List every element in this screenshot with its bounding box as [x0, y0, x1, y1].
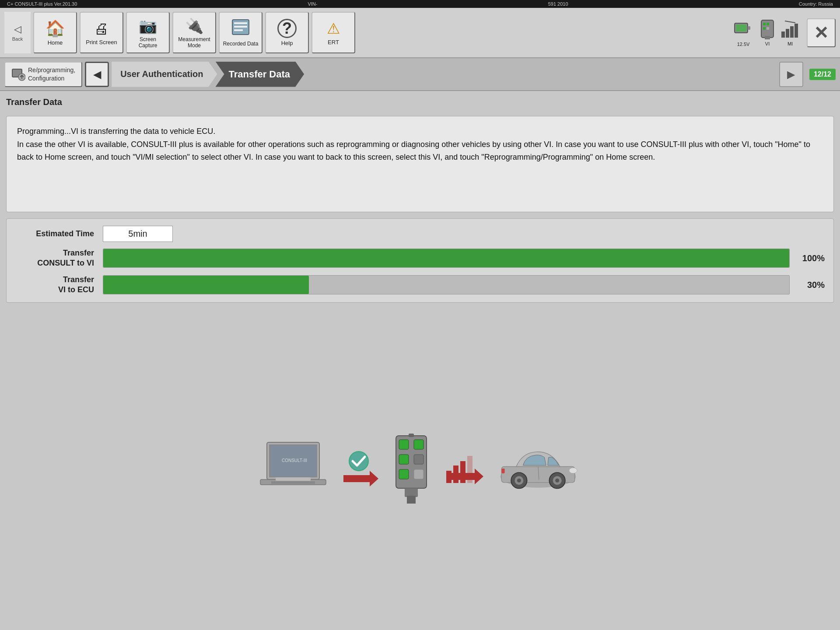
reprogramming-nav[interactable]: Re/programming,Configuration [4, 62, 82, 87]
svg-point-52 [569, 468, 577, 473]
home-button[interactable]: 🏠 Home [33, 12, 77, 53]
camera-icon: 📷 [139, 17, 157, 35]
estimated-time-value: 5min [103, 226, 173, 242]
svg-rect-34 [399, 469, 409, 479]
svg-rect-9 [766, 23, 769, 25]
svg-rect-23 [276, 477, 311, 481]
svg-rect-30 [399, 440, 409, 449]
svg-rect-38 [409, 434, 414, 437]
help-icon: ? [277, 19, 297, 38]
svg-point-48 [517, 479, 521, 483]
svg-rect-1 [234, 22, 247, 24]
transfer-consult-row: TransferCONSULT to VI 100% [15, 248, 825, 269]
estimated-time-label: Estimated Time [15, 229, 94, 238]
nav-forward-button[interactable]: ▶ [779, 62, 803, 87]
print-icon: 🖨 [94, 20, 109, 37]
transfer-consult-bar-container [103, 248, 790, 268]
info-text: Programming...VI is transferring the dat… [17, 125, 823, 164]
ert-label: ERT [328, 39, 339, 46]
progress-indicator: 12/12 [809, 69, 836, 80]
voltage-label: 12.5V [737, 42, 750, 47]
svg-point-51 [555, 479, 559, 483]
nav-back-button[interactable]: ◀ [85, 62, 109, 87]
recorded-data-label: Recorded Data [223, 41, 259, 47]
measurement-label: MeasurementMode [178, 36, 210, 49]
info-box: Programming...VI is transferring the dat… [6, 116, 834, 212]
screen-capture-label: ScreenCapture [139, 36, 158, 49]
vi-device-icon [389, 434, 433, 504]
svg-marker-28 [343, 471, 378, 486]
svg-rect-53 [501, 469, 504, 473]
screen-capture-button[interactable]: 📷 ScreenCapture [126, 12, 170, 53]
svg-rect-12 [765, 36, 770, 39]
breadcrumb-nav: Re/programming,Configuration ◀ User Auth… [0, 58, 840, 91]
voltage-status: 12.5V [732, 19, 754, 47]
transfer-vi-row: TransferVI to ECU 30% [15, 275, 825, 295]
svg-line-17 [785, 21, 795, 23]
vin-label: VIN- [308, 1, 317, 7]
transfer-illustration: CONSULT-III [6, 309, 834, 624]
svg-rect-6 [736, 24, 746, 32]
transfer-data-step[interactable]: Transfer Data [215, 62, 304, 87]
home-icon: 🏠 [46, 19, 65, 38]
status-area: 12.5V VI [732, 18, 836, 47]
svg-rect-31 [414, 440, 424, 449]
transfer-consult-label: TransferCONSULT to VI [15, 248, 94, 269]
back-button[interactable]: ◁ Back [4, 12, 31, 53]
transfer-data-label: Transfer Data [228, 69, 290, 80]
transfer-consult-bar [103, 249, 789, 267]
measurement-icon: 🔌 [185, 17, 203, 35]
ert-button[interactable]: ⚠ ERT [312, 12, 355, 53]
transfer-vi-pct: 30% [798, 280, 825, 290]
transfer-consult-pct: 100% [798, 253, 825, 263]
app-title: C+ CONSULT-III plus Ver.201.30 [7, 1, 77, 7]
svg-rect-16 [794, 24, 798, 38]
close-button[interactable]: ✕ [807, 18, 836, 47]
svg-rect-37 [407, 496, 416, 504]
user-auth-label: User Authentication [120, 69, 203, 79]
vehicle-id: 591 2010 [548, 1, 568, 7]
vi-label: VI [765, 41, 770, 46]
svg-rect-24 [271, 481, 315, 484]
print-label: Print Screen [86, 39, 117, 46]
svg-rect-32 [399, 455, 409, 464]
car-icon [494, 442, 582, 495]
laptop-icon: CONSULT-III [258, 438, 328, 499]
svg-rect-33 [414, 455, 424, 464]
main-content: Transfer Data Programming...VI is transf… [0, 91, 840, 630]
reprog-label: Re/programming,Configuration [28, 66, 75, 82]
mi-label: MI [788, 41, 793, 46]
nav-back-icon: ◀ [93, 68, 101, 80]
toolbar: ◁ Back 🏠 Home 🖨 Print Screen 📷 ScreenCap… [0, 8, 840, 58]
help-label: Help [281, 40, 293, 46]
print-screen-button[interactable]: 🖨 Print Screen [80, 12, 123, 53]
vi-status: VI [758, 19, 777, 46]
svg-rect-14 [786, 29, 789, 38]
svg-rect-11 [766, 27, 769, 30]
transfer-vi-bar [103, 276, 309, 294]
vi-to-ecu-arrow [442, 449, 486, 488]
consult-to-vi-arrow [337, 449, 381, 488]
recorded-data-button[interactable]: Recorded Data [219, 12, 262, 53]
svg-text:CONSULT-III: CONSULT-III [282, 458, 307, 463]
measurement-mode-button[interactable]: 🔌 MeasurementMode [172, 12, 216, 53]
progress-value: 12/12 [814, 70, 831, 78]
recorded-icon [231, 19, 250, 39]
transfer-vi-label: TransferVI to ECU [15, 275, 94, 295]
section-title: Transfer Data [6, 97, 834, 107]
country-info: Country: Russia [799, 1, 833, 7]
svg-rect-8 [763, 23, 766, 25]
estimated-time-row: Estimated Time 5min [15, 226, 825, 242]
home-label: Home [48, 39, 63, 46]
back-icon: ◁ [14, 24, 21, 35]
user-auth-step[interactable]: User Authentication [112, 62, 217, 87]
transfer-vi-bar-container [103, 275, 790, 294]
back-label: Back [12, 36, 23, 42]
svg-rect-35 [414, 469, 424, 479]
help-button[interactable]: ? Help [265, 12, 309, 53]
svg-rect-10 [763, 27, 766, 30]
progress-section: Estimated Time 5min TransferCONSULT to V… [6, 218, 834, 303]
svg-rect-5 [748, 26, 750, 30]
svg-rect-13 [781, 32, 785, 38]
signal-status: MI [780, 19, 800, 46]
